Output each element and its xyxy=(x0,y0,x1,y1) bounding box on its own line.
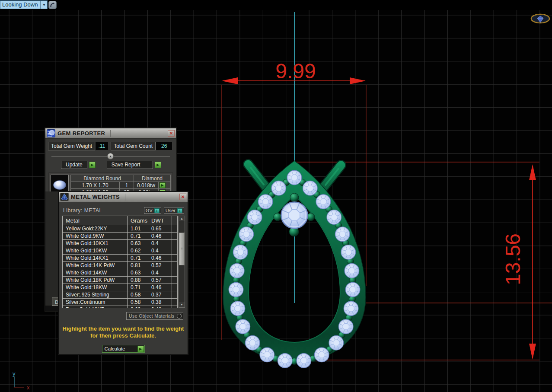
metal-table: Metal Grams DWT Yellow Gold:22KY1.010.65… xyxy=(62,216,178,308)
collapse-splitter: ▲ xyxy=(50,153,172,160)
update-button[interactable]: Update xyxy=(61,161,87,169)
viewport-titlebar: Looking Down ▼ xyxy=(0,0,552,10)
gem-col-type: Diamond xyxy=(134,175,170,182)
close-icon[interactable]: ✕ xyxy=(168,130,175,137)
collapse-up-icon[interactable]: ▲ xyxy=(107,153,114,159)
rotate-view-button[interactable] xyxy=(48,1,57,9)
scroll-up-icon[interactable]: ▲ xyxy=(179,216,185,221)
library-label: Library: METAL xyxy=(63,207,102,214)
metal-weights-titlebar[interactable]: METAL WEIGHTS ✕ xyxy=(59,192,188,202)
table-row[interactable]: Rose Gold:10KR0.630.42 xyxy=(63,306,177,308)
calculate-hint: Highlight the item you want to find the … xyxy=(59,325,188,339)
calculate-run-icon[interactable]: ▶ xyxy=(137,346,144,352)
table-row[interactable]: White Gold:18KW0.710.46 xyxy=(63,284,177,291)
table-row[interactable]: White Gold:14K PdW0.810.52 xyxy=(63,262,177,269)
metal-weights-dialog[interactable]: METAL WEIGHTS ✕ Library: METAL GV I User… xyxy=(58,191,188,354)
table-row[interactable]: White Gold:14KX10.710.46 xyxy=(63,255,177,262)
save-report-run-icon[interactable]: ▶ xyxy=(155,162,161,168)
scrollbar-thumb[interactable]: ≡ xyxy=(179,233,185,265)
scroll-down-icon[interactable]: ▼ xyxy=(179,302,185,307)
table-row[interactable]: Silver:Continuum0.580.38 xyxy=(63,299,177,306)
total-gem-count-label: Total Gem Count xyxy=(111,142,156,150)
view-selector-label: Looking Down xyxy=(0,1,40,9)
table-row[interactable]: White Gold:10KX10.630.4 xyxy=(63,240,177,247)
metal-weights-icon xyxy=(60,193,69,201)
table-row[interactable]: White Gold:10KW0.620.4 xyxy=(63,247,177,255)
total-gem-weight-value: .11 xyxy=(95,142,108,150)
save-report-button[interactable]: Save Report xyxy=(107,161,153,169)
update-run-icon[interactable]: ▶ xyxy=(89,162,96,168)
gv-toggle-led: I xyxy=(154,208,160,213)
total-gem-count-value: 26 xyxy=(156,142,172,150)
gem-thumbnail-stone xyxy=(53,180,66,190)
gem-reporter-icon xyxy=(47,129,55,137)
calculate-button[interactable]: Calculate ▶ xyxy=(102,345,145,353)
metal-table-rows: Yellow Gold:22KY1.010.65White Gold:9KW0.… xyxy=(63,225,177,308)
table-row[interactable]: White Gold:18K PdW0.880.57 xyxy=(63,277,177,284)
metal-weights-title: METAL WEIGHTS xyxy=(71,194,120,200)
gem-table-row[interactable]: 1.70 X 1.70 1 0.018tw ▶ xyxy=(71,182,170,189)
titlebar-divider xyxy=(110,130,111,137)
table-row[interactable]: White Gold:14KW0.630.4 xyxy=(63,269,177,277)
gem-reporter-title: GEM REPORTER xyxy=(57,130,105,137)
table-row[interactable]: White Gold:9KW0.710.46 xyxy=(63,233,177,240)
view-selector[interactable]: Looking Down ▼ xyxy=(0,0,48,9)
gem-row-run-icon[interactable]: ▶ xyxy=(160,182,166,188)
table-row[interactable]: Yellow Gold:22KY1.010.65 xyxy=(63,225,177,233)
chevron-down-icon[interactable]: ▼ xyxy=(40,1,47,9)
metal-table-scrollbar[interactable]: ▲ ≡ ▼ xyxy=(179,216,185,308)
titlebar-divider xyxy=(125,194,125,201)
total-gem-weight-label: Total Gem Weight xyxy=(48,142,95,150)
table-row[interactable]: Silver:.925 Sterling0.580.37 xyxy=(63,291,177,299)
close-icon[interactable]: ✕ xyxy=(179,194,186,200)
use-object-materials-toggle[interactable]: Use Object Materials xyxy=(126,312,183,320)
gem-col-shape: Diamond Round xyxy=(71,175,134,182)
radio-icon[interactable] xyxy=(177,314,182,319)
user-toggle-led: I xyxy=(177,208,182,213)
rotate-view-icon xyxy=(50,2,55,8)
user-library-toggle[interactable]: User I xyxy=(164,207,184,214)
gv-library-toggle[interactable]: GV I xyxy=(144,207,161,214)
gem-reporter-titlebar[interactable]: GEM REPORTER ✕ xyxy=(45,128,176,139)
metal-table-header: Metal Grams DWT xyxy=(63,216,177,225)
